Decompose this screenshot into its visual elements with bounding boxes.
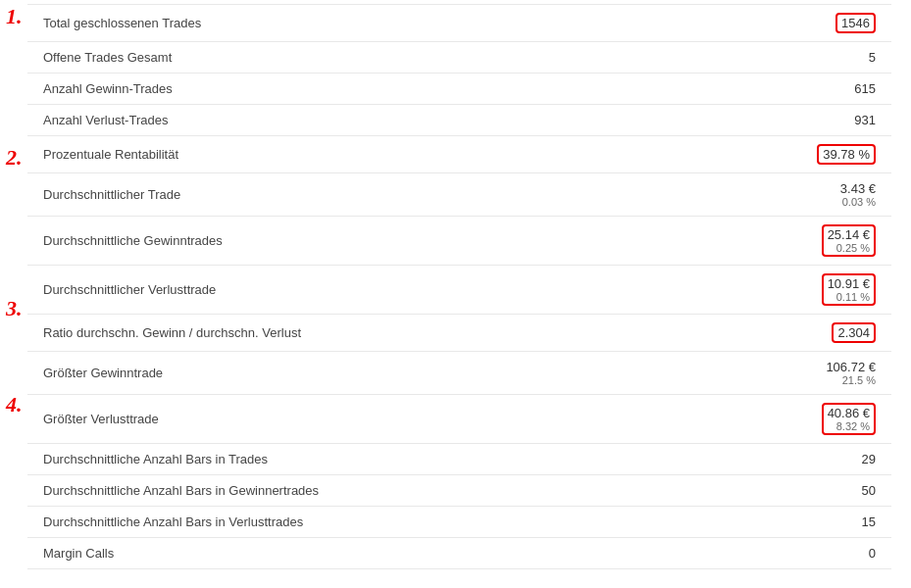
- circled-value-biggest-loss-trade: 40.86 €8.32 %: [822, 403, 876, 435]
- label-total-closed-trades: Total geschlossenen Trades: [27, 5, 633, 42]
- stats-table: Total geschlossenen Trades1546Offene Tra…: [27, 4, 891, 569]
- value-avg-bars-win-trades: 50: [633, 475, 891, 507]
- label-avg-loss-trade: Durchschnittlicher Verlusttrade: [27, 266, 633, 315]
- value-ratio-win-loss: 2.304: [633, 315, 891, 352]
- value-total-closed-trades: 1546: [633, 5, 891, 42]
- label-open-trades-total: Offene Trades Gesamt: [27, 42, 633, 74]
- stats-table-wrapper: Total geschlossenen Trades1546Offene Tra…: [27, 4, 891, 569]
- label-avg-bars-loss-trades: Durchschnittliche Anzahl Bars in Verlust…: [27, 507, 633, 538]
- sub-value-biggest-loss-trade: 8.32 %: [828, 420, 870, 432]
- sub-value-avg-loss-trade: 0.11 %: [828, 291, 870, 303]
- table-row-count-loss-trades: Anzahl Verlust-Trades931: [27, 105, 891, 136]
- table-row-biggest-loss-trade: Größter Verlusttrade40.86 €8.32 %: [27, 395, 891, 444]
- table-row-biggest-win-trade: Größter Gewinntrade106.72 €21.5 %: [27, 352, 891, 395]
- label-avg-bars-trades: Durchschnittliche Anzahl Bars in Trades: [27, 444, 633, 475]
- label-biggest-win-trade: Größter Gewinntrade: [27, 352, 633, 395]
- label-percent-profitability: Prozentuale Rentabilität: [27, 136, 633, 173]
- label-avg-trade: Durchschnittlicher Trade: [27, 173, 633, 217]
- label-count-loss-trades: Anzahl Verlust-Trades: [27, 105, 633, 136]
- circled-value-avg-loss-trade: 10.91 €0.11 %: [822, 273, 876, 306]
- label-biggest-loss-trade: Größter Verlusttrade: [27, 395, 633, 444]
- sub-value-biggest-win-trade: 21.5 %: [648, 374, 876, 386]
- table-row-total-closed-trades: Total geschlossenen Trades1546: [27, 5, 891, 42]
- value-avg-bars-loss-trades: 15: [633, 507, 891, 538]
- value-avg-win-trades: 25.14 €0.25 %: [633, 217, 891, 266]
- label-avg-win-trades: Durchschnittliche Gewinntrades: [27, 217, 633, 266]
- table-row-avg-bars-win-trades: Durchschnittliche Anzahl Bars in Gewinne…: [27, 475, 891, 507]
- label-avg-bars-win-trades: Durchschnittliche Anzahl Bars in Gewinne…: [27, 475, 633, 507]
- table-row-avg-bars-trades: Durchschnittliche Anzahl Bars in Trades2…: [27, 444, 891, 475]
- sub-value-avg-trade: 0.03 %: [648, 196, 876, 208]
- label-margin-calls: Margin Calls: [27, 538, 633, 569]
- table-row-ratio-win-loss: Ratio durchschn. Gewinn / durchschn. Ver…: [27, 315, 891, 352]
- annotation-marker-2: 2.: [6, 145, 23, 171]
- table-row-percent-profitability: Prozentuale Rentabilität39.78 %: [27, 136, 891, 173]
- value-open-trades-total: 5: [633, 42, 891, 74]
- value-biggest-loss-trade: 40.86 €8.32 %: [633, 395, 891, 444]
- sub-value-avg-win-trades: 0.25 %: [828, 242, 870, 254]
- circled-value-total-closed-trades: 1546: [835, 13, 876, 33]
- circled-value-ratio-win-loss: 2.304: [832, 322, 876, 343]
- table-row-count-win-trades: Anzahl Gewinn-Trades615: [27, 74, 891, 105]
- page-wrapper: 1. 2. 3. 4. Total geschlossenen Trades15…: [0, 0, 911, 588]
- value-margin-calls: 0: [633, 538, 891, 569]
- label-ratio-win-loss: Ratio durchschn. Gewinn / durchschn. Ver…: [27, 315, 633, 352]
- value-count-win-trades: 615: [633, 74, 891, 105]
- value-avg-loss-trade: 10.91 €0.11 %: [633, 266, 891, 315]
- annotation-marker-1: 1.: [6, 4, 23, 29]
- value-avg-trade: 3.43 €0.03 %: [633, 173, 891, 217]
- annotation-marker-4: 4.: [6, 392, 23, 417]
- table-row-avg-loss-trade: Durchschnittlicher Verlusttrade10.91 €0.…: [27, 266, 891, 315]
- value-count-loss-trades: 931: [633, 105, 891, 136]
- table-row-avg-bars-loss-trades: Durchschnittliche Anzahl Bars in Verlust…: [27, 507, 891, 538]
- value-biggest-win-trade: 106.72 €21.5 %: [633, 352, 891, 395]
- annotation-marker-3: 3.: [6, 296, 23, 321]
- value-avg-bars-trades: 29: [633, 444, 891, 475]
- table-row-margin-calls: Margin Calls0: [27, 538, 891, 569]
- circled-value-avg-win-trades: 25.14 €0.25 %: [822, 224, 876, 257]
- table-row-avg-trade: Durchschnittlicher Trade3.43 €0.03 %: [27, 173, 891, 217]
- table-row-open-trades-total: Offene Trades Gesamt5: [27, 42, 891, 74]
- circled-value-percent-profitability: 39.78 %: [817, 144, 876, 165]
- label-count-win-trades: Anzahl Gewinn-Trades: [27, 74, 633, 105]
- table-row-avg-win-trades: Durchschnittliche Gewinntrades25.14 €0.2…: [27, 217, 891, 266]
- value-percent-profitability: 39.78 %: [633, 136, 891, 173]
